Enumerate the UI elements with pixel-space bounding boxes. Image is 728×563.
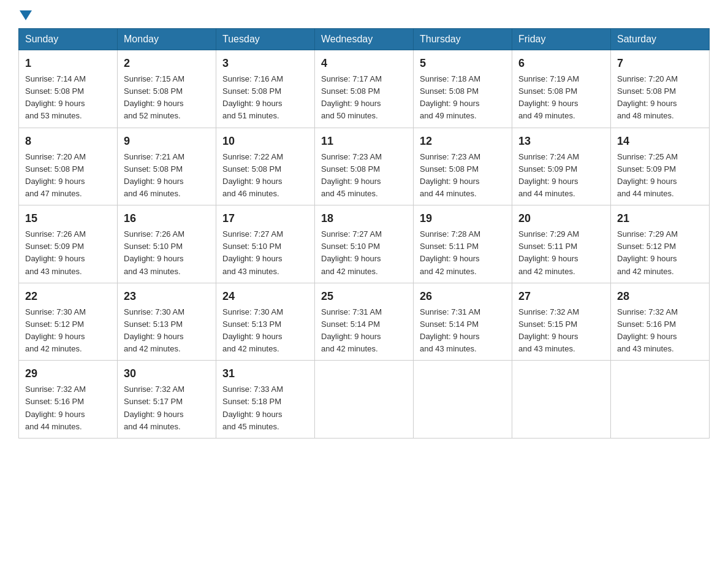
day-number: 15: [25, 210, 111, 227]
day-info: Sunrise: 7:26 AMSunset: 5:10 PMDaylight:…: [124, 229, 184, 275]
calendar-cell: 3 Sunrise: 7:16 AMSunset: 5:08 PMDayligh…: [216, 50, 315, 128]
calendar-cell: 23 Sunrise: 7:30 AMSunset: 5:13 PMDaylig…: [118, 283, 216, 361]
calendar-cell: 10 Sunrise: 7:22 AMSunset: 5:08 PMDaylig…: [216, 128, 315, 205]
day-number: 9: [124, 133, 210, 150]
day-info: Sunrise: 7:27 AMSunset: 5:10 PMDaylight:…: [321, 229, 382, 275]
day-info: Sunrise: 7:23 AMSunset: 5:08 PMDaylight:…: [420, 152, 480, 198]
day-number: 24: [222, 288, 308, 305]
day-number: 11: [321, 133, 407, 150]
calendar-cell: [315, 361, 414, 439]
day-info: Sunrise: 7:29 AMSunset: 5:12 PMDaylight:…: [617, 229, 678, 275]
calendar-cell: 2 Sunrise: 7:15 AMSunset: 5:08 PMDayligh…: [118, 50, 216, 128]
day-info: Sunrise: 7:30 AMSunset: 5:12 PMDaylight:…: [25, 307, 86, 353]
day-info: Sunrise: 7:15 AMSunset: 5:08 PMDaylight:…: [124, 74, 184, 120]
page-header: [18, 12, 710, 22]
day-info: Sunrise: 7:25 AMSunset: 5:09 PMDaylight:…: [617, 152, 678, 198]
day-info: Sunrise: 7:26 AMSunset: 5:09 PMDaylight:…: [25, 229, 86, 275]
day-number: 19: [420, 210, 506, 227]
day-number: 5: [420, 55, 506, 72]
calendar-week-row: 22 Sunrise: 7:30 AMSunset: 5:12 PMDaylig…: [19, 283, 710, 361]
day-info: Sunrise: 7:27 AMSunset: 5:10 PMDaylight:…: [222, 229, 283, 275]
day-number: 10: [222, 133, 308, 150]
calendar-cell: 15 Sunrise: 7:26 AMSunset: 5:09 PMDaylig…: [19, 205, 118, 283]
day-number: 6: [518, 55, 604, 72]
day-number: 25: [321, 288, 407, 305]
day-info: Sunrise: 7:20 AMSunset: 5:08 PMDaylight:…: [617, 74, 678, 120]
day-number: 30: [124, 366, 210, 382]
logo-triangle-icon: [20, 10, 32, 20]
calendar-header-tuesday: Tuesday: [216, 29, 315, 50]
calendar-week-row: 8 Sunrise: 7:20 AMSunset: 5:08 PMDayligh…: [19, 128, 710, 205]
day-number: 3: [222, 55, 308, 72]
day-number: 29: [25, 366, 111, 382]
day-info: Sunrise: 7:29 AMSunset: 5:11 PMDaylight:…: [518, 229, 579, 275]
calendar-cell: 1 Sunrise: 7:14 AMSunset: 5:08 PMDayligh…: [19, 50, 118, 128]
day-info: Sunrise: 7:21 AMSunset: 5:08 PMDaylight:…: [124, 152, 184, 198]
day-info: Sunrise: 7:14 AMSunset: 5:08 PMDaylight:…: [25, 74, 86, 120]
calendar-cell: 27 Sunrise: 7:32 AMSunset: 5:15 PMDaylig…: [512, 283, 611, 361]
day-info: Sunrise: 7:16 AMSunset: 5:08 PMDaylight:…: [222, 74, 283, 120]
calendar-cell: 26 Sunrise: 7:31 AMSunset: 5:14 PMDaylig…: [414, 283, 512, 361]
calendar-cell: 9 Sunrise: 7:21 AMSunset: 5:08 PMDayligh…: [118, 128, 216, 205]
calendar-week-row: 29 Sunrise: 7:32 AMSunset: 5:16 PMDaylig…: [19, 361, 710, 439]
calendar-header-saturday: Saturday: [611, 29, 710, 50]
calendar-cell: 12 Sunrise: 7:23 AMSunset: 5:08 PMDaylig…: [414, 128, 512, 205]
day-info: Sunrise: 7:23 AMSunset: 5:08 PMDaylight:…: [321, 152, 382, 198]
day-info: Sunrise: 7:31 AMSunset: 5:14 PMDaylight:…: [420, 307, 480, 353]
day-number: 7: [617, 55, 703, 72]
day-info: Sunrise: 7:32 AMSunset: 5:16 PMDaylight:…: [25, 385, 86, 431]
calendar-cell: 17 Sunrise: 7:27 AMSunset: 5:10 PMDaylig…: [216, 205, 315, 283]
calendar-cell: 20 Sunrise: 7:29 AMSunset: 5:11 PMDaylig…: [512, 205, 611, 283]
calendar-cell: 31 Sunrise: 7:33 AMSunset: 5:18 PMDaylig…: [216, 361, 315, 439]
day-info: Sunrise: 7:31 AMSunset: 5:14 PMDaylight:…: [321, 307, 382, 353]
day-info: Sunrise: 7:17 AMSunset: 5:08 PMDaylight:…: [321, 74, 382, 120]
calendar-cell: 8 Sunrise: 7:20 AMSunset: 5:08 PMDayligh…: [19, 128, 118, 205]
calendar-cell: [512, 361, 611, 439]
day-number: 22: [25, 288, 111, 305]
calendar-cell: [414, 361, 512, 439]
day-number: 1: [25, 55, 111, 72]
day-info: Sunrise: 7:30 AMSunset: 5:13 PMDaylight:…: [222, 307, 283, 353]
day-info: Sunrise: 7:32 AMSunset: 5:15 PMDaylight:…: [518, 307, 579, 353]
day-info: Sunrise: 7:20 AMSunset: 5:08 PMDaylight:…: [25, 152, 86, 198]
calendar-cell: 5 Sunrise: 7:18 AMSunset: 5:08 PMDayligh…: [414, 50, 512, 128]
calendar-cell: 14 Sunrise: 7:25 AMSunset: 5:09 PMDaylig…: [611, 128, 710, 205]
calendar-header-row: SundayMondayTuesdayWednesdayThursdayFrid…: [19, 29, 710, 50]
calendar-cell: 21 Sunrise: 7:29 AMSunset: 5:12 PMDaylig…: [611, 205, 710, 283]
day-number: 31: [222, 366, 308, 382]
calendar-header-monday: Monday: [118, 29, 216, 50]
calendar-cell: 24 Sunrise: 7:30 AMSunset: 5:13 PMDaylig…: [216, 283, 315, 361]
day-number: 20: [518, 210, 604, 227]
calendar-cell: 19 Sunrise: 7:28 AMSunset: 5:11 PMDaylig…: [414, 205, 512, 283]
day-number: 28: [617, 288, 703, 305]
day-number: 26: [420, 288, 506, 305]
calendar-cell: 4 Sunrise: 7:17 AMSunset: 5:08 PMDayligh…: [315, 50, 414, 128]
day-info: Sunrise: 7:22 AMSunset: 5:08 PMDaylight:…: [222, 152, 283, 198]
calendar-cell: 11 Sunrise: 7:23 AMSunset: 5:08 PMDaylig…: [315, 128, 414, 205]
calendar-cell: 13 Sunrise: 7:24 AMSunset: 5:09 PMDaylig…: [512, 128, 611, 205]
day-info: Sunrise: 7:24 AMSunset: 5:09 PMDaylight:…: [518, 152, 579, 198]
calendar-cell: 16 Sunrise: 7:26 AMSunset: 5:10 PMDaylig…: [118, 205, 216, 283]
calendar-cell: 25 Sunrise: 7:31 AMSunset: 5:14 PMDaylig…: [315, 283, 414, 361]
day-number: 8: [25, 133, 111, 150]
calendar-header-sunday: Sunday: [19, 29, 118, 50]
day-number: 16: [124, 210, 210, 227]
calendar-cell: 7 Sunrise: 7:20 AMSunset: 5:08 PMDayligh…: [611, 50, 710, 128]
calendar-cell: 29 Sunrise: 7:32 AMSunset: 5:16 PMDaylig…: [19, 361, 118, 439]
calendar-cell: 6 Sunrise: 7:19 AMSunset: 5:08 PMDayligh…: [512, 50, 611, 128]
calendar-cell: 18 Sunrise: 7:27 AMSunset: 5:10 PMDaylig…: [315, 205, 414, 283]
calendar-table: SundayMondayTuesdayWednesdayThursdayFrid…: [18, 28, 710, 439]
calendar-cell: 28 Sunrise: 7:32 AMSunset: 5:16 PMDaylig…: [611, 283, 710, 361]
day-number: 12: [420, 133, 506, 150]
day-info: Sunrise: 7:33 AMSunset: 5:18 PMDaylight:…: [222, 385, 283, 431]
day-number: 2: [124, 55, 210, 72]
calendar-cell: 22 Sunrise: 7:30 AMSunset: 5:12 PMDaylig…: [19, 283, 118, 361]
calendar-header-friday: Friday: [512, 29, 611, 50]
calendar-header-wednesday: Wednesday: [315, 29, 414, 50]
day-info: Sunrise: 7:30 AMSunset: 5:13 PMDaylight:…: [124, 307, 184, 353]
day-info: Sunrise: 7:19 AMSunset: 5:08 PMDaylight:…: [518, 74, 579, 120]
day-info: Sunrise: 7:32 AMSunset: 5:16 PMDaylight:…: [617, 307, 678, 353]
day-number: 27: [518, 288, 604, 305]
day-number: 23: [124, 288, 210, 305]
day-number: 4: [321, 55, 407, 72]
